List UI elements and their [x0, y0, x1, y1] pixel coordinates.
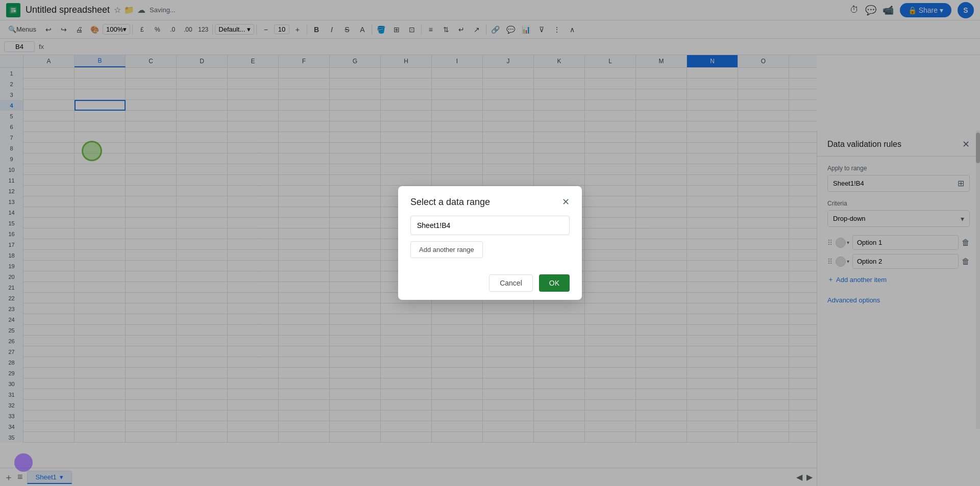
modal-range-input[interactable]: [410, 216, 570, 235]
select-data-range-modal: Select a data range ✕ Add another range …: [398, 186, 582, 300]
modal-overlay: Select a data range ✕ Add another range …: [0, 0, 980, 486]
modal-cancel-button[interactable]: Cancel: [489, 274, 533, 292]
modal-title: Select a data range: [410, 197, 490, 208]
modal-ok-button[interactable]: OK: [539, 274, 570, 292]
modal-header: Select a data range ✕: [398, 186, 582, 216]
modal-footer: Cancel OK: [398, 266, 582, 300]
add-another-range-button[interactable]: Add another range: [410, 241, 483, 258]
modal-body: Add another range: [398, 216, 582, 266]
modal-close-button[interactable]: ✕: [562, 196, 570, 208]
